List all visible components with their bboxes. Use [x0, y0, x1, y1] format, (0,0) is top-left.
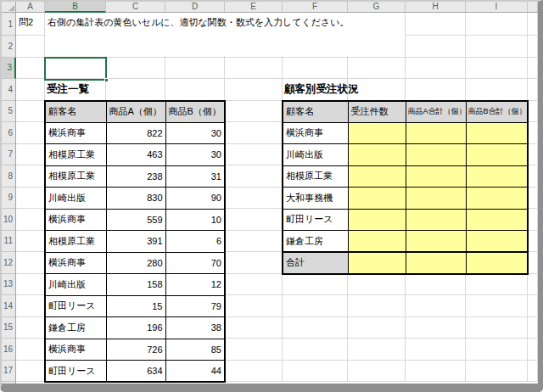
order-header-cell[interactable]: 顧客名 — [45, 101, 106, 123]
order-customer-cell[interactable]: 横浜商事 — [45, 339, 106, 361]
grid-cell[interactable] — [225, 231, 283, 253]
grid-cell[interactable] — [406, 361, 466, 383]
order-product-a-cell[interactable]: 391 — [106, 231, 165, 253]
grid-cell[interactable] — [225, 361, 283, 383]
grid-cell[interactable] — [283, 274, 348, 296]
grid-cell[interactable] — [16, 122, 45, 144]
grid-cell[interactable] — [16, 231, 45, 253]
row-header-15[interactable]: 15 — [2, 317, 15, 339]
grid-cell[interactable] — [16, 361, 45, 383]
column-header-C[interactable]: C — [106, 2, 165, 12]
grid-cell[interactable] — [348, 339, 406, 361]
grid-cell[interactable] — [406, 317, 466, 339]
row-header-5[interactable]: 5 — [2, 101, 15, 123]
grid-cell[interactable] — [528, 101, 538, 123]
grid-cell[interactable] — [528, 58, 538, 80]
active-cell-selection-b3[interactable] — [44, 57, 107, 81]
summary-header-cell[interactable]: 受注件数 — [348, 101, 406, 123]
grid-cell[interactable] — [16, 339, 45, 361]
row-header-1[interactable]: 1 — [2, 13, 15, 36]
grid-cell[interactable] — [16, 252, 45, 274]
grid-cell[interactable] — [528, 317, 538, 339]
summary-customer-cell[interactable]: 相模原工業 — [283, 165, 348, 188]
row-header-8[interactable]: 8 — [2, 165, 15, 188]
grid-cell[interactable] — [348, 274, 406, 296]
summary-input-cell-product-b-total[interactable] — [466, 231, 528, 253]
row-header-9[interactable]: 9 — [2, 188, 15, 210]
grid-cell[interactable] — [528, 13, 538, 36]
grid-cell[interactable] — [165, 58, 225, 80]
order-customer-cell[interactable]: 町田リース — [45, 295, 106, 317]
order-product-a-cell[interactable]: 280 — [106, 252, 165, 274]
grid-cell[interactable] — [466, 274, 528, 296]
row-header-6[interactable]: 6 — [2, 122, 15, 144]
column-header-H[interactable]: H — [406, 2, 466, 12]
row-header-13[interactable]: 13 — [2, 274, 15, 296]
summary-input-cell-product-b-total[interactable] — [466, 122, 528, 144]
summary-customer-cell[interactable]: 横浜商事 — [283, 122, 348, 144]
summary-input-cell-order-count[interactable] — [348, 231, 406, 253]
row-header-12[interactable]: 12 — [2, 252, 15, 274]
grid-cell[interactable] — [406, 339, 466, 361]
order-product-b-cell[interactable]: 44 — [165, 361, 225, 383]
order-customer-cell[interactable]: 相模原工業 — [45, 231, 106, 253]
summary-input-cell-product-b-total[interactable] — [466, 209, 528, 231]
order-product-a-cell[interactable]: 158 — [106, 274, 165, 296]
summary-header-cell[interactable]: 商品A合計（個） — [406, 101, 466, 123]
grid-cell[interactable] — [225, 209, 283, 231]
grid-cell[interactable] — [225, 188, 283, 210]
grid-cell[interactable] — [16, 36, 45, 58]
order-customer-cell[interactable]: 町田リース — [45, 361, 106, 383]
grid-cell[interactable] — [528, 274, 538, 296]
row-header-17[interactable]: 17 — [2, 361, 15, 383]
grid-cell[interactable] — [466, 13, 528, 36]
column-header-F[interactable]: F — [283, 2, 348, 12]
grid-cell[interactable] — [283, 339, 348, 361]
order-customer-cell[interactable]: 横浜商事 — [45, 209, 106, 231]
summary-input-cell-product-b-total[interactable] — [466, 144, 528, 166]
grid-cell[interactable] — [466, 339, 528, 361]
grid-cell[interactable] — [283, 295, 348, 317]
summary-input-cell-order-count[interactable] — [348, 165, 406, 188]
grid-cell[interactable] — [528, 36, 538, 58]
summary-customer-cell[interactable]: 鎌倉工房 — [283, 231, 348, 253]
summary-customer-cell[interactable]: 町田リース — [283, 209, 348, 231]
order-customer-cell[interactable]: 鎌倉工房 — [45, 317, 106, 339]
summary-input-cell-product-b-total[interactable] — [466, 165, 528, 188]
order-product-a-cell[interactable]: 822 — [106, 122, 165, 144]
column-header-D[interactable]: D — [165, 2, 225, 12]
summary-input-cell-product-a-total[interactable] — [406, 144, 466, 166]
grid-cell[interactable] — [225, 317, 283, 339]
column-header-G[interactable]: G — [348, 2, 406, 12]
grid-cell[interactable] — [283, 361, 348, 383]
grid-cell[interactable] — [225, 165, 283, 188]
summary-input-cell-total-product-b[interactable] — [466, 252, 528, 274]
order-product-b-cell[interactable]: 12 — [165, 274, 225, 296]
row-header-4[interactable]: 4 — [2, 79, 15, 101]
summary-input-cell-total-product-a[interactable] — [406, 252, 466, 274]
grid-cell[interactable] — [406, 58, 466, 80]
column-header-I[interactable]: I — [466, 2, 528, 12]
grid-cell[interactable] — [528, 295, 538, 317]
summary-input-cell-product-a-total[interactable] — [406, 165, 466, 188]
summary-total-label-cell[interactable]: 合計 — [283, 252, 348, 274]
order-product-a-cell[interactable]: 634 — [106, 361, 165, 383]
summary-input-cell-order-count[interactable] — [348, 209, 406, 231]
row-header-3[interactable]: 3 — [2, 58, 16, 80]
grid-cell[interactable] — [406, 13, 466, 36]
summary-input-cell-product-a-total[interactable] — [406, 209, 466, 231]
summary-customer-cell[interactable]: 川崎出版 — [283, 144, 348, 166]
order-customer-cell[interactable]: 横浜商事 — [45, 122, 106, 144]
grid-cell[interactable] — [528, 231, 538, 253]
grid-cell[interactable] — [225, 274, 283, 296]
order-customer-cell[interactable]: 川崎出版 — [45, 188, 106, 210]
column-header-B[interactable]: B — [45, 2, 106, 13]
cell-b1-instruction[interactable]: 右側の集計表の黄色いセルに、適切な関数・数式を入力してください。 — [46, 13, 405, 56]
grid-cell[interactable] — [165, 79, 225, 101]
summary-input-cell-product-a-total[interactable] — [406, 188, 466, 210]
order-product-b-cell[interactable]: 30 — [165, 144, 225, 166]
grid-cell[interactable] — [283, 58, 348, 80]
order-product-a-cell[interactable]: 559 — [106, 209, 165, 231]
grid-cell[interactable] — [406, 274, 466, 296]
order-product-b-cell[interactable]: 70 — [165, 252, 225, 274]
